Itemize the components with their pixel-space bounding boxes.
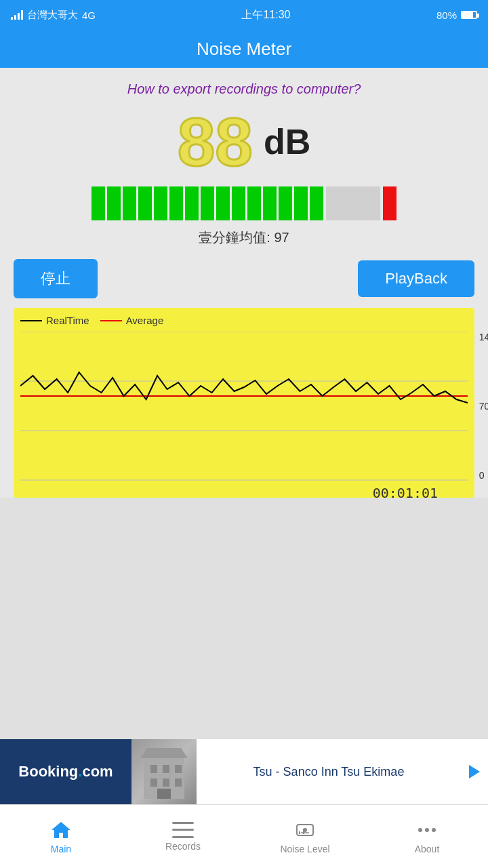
app-title: Noise Meter bbox=[197, 39, 291, 60]
svg-rect-9 bbox=[150, 778, 157, 787]
app-header: Noise Meter bbox=[0, 30, 488, 68]
y-label-140: 140 bbox=[479, 332, 488, 342]
noise-level-icon bbox=[294, 819, 316, 841]
nav-item-main[interactable]: Main bbox=[0, 805, 122, 868]
ad-hotel-image bbox=[131, 739, 197, 804]
level-meter bbox=[54, 186, 434, 220]
svg-rect-11 bbox=[175, 778, 182, 787]
chart-container: RealTime Average 140 70 bbox=[14, 308, 474, 498]
db-unit: dB bbox=[264, 121, 310, 162]
play-triangle-icon bbox=[469, 765, 480, 778]
nav-label-noise-level: Noise Level bbox=[280, 844, 329, 854]
signal-icon bbox=[11, 10, 23, 20]
chart-y-labels: 140 70 0 bbox=[479, 332, 488, 481]
ad-text-area: Tsu - Sanco Inn Tsu Ekimae bbox=[197, 739, 461, 804]
legend-average: Average bbox=[100, 315, 164, 326]
carrier-label: 台灣大哥大 bbox=[27, 9, 78, 22]
ad-banner[interactable]: Booking.com Tsu - Sanco Inn Tsu Ekimae bbox=[0, 739, 488, 804]
svg-rect-8 bbox=[175, 765, 182, 773]
svg-rect-10 bbox=[163, 778, 169, 787]
export-link[interactable]: How to export recordings to computer? bbox=[11, 81, 477, 97]
average-line-icon bbox=[100, 320, 122, 321]
battery-percent-label: 80% bbox=[436, 9, 457, 21]
nav-item-records[interactable]: Records bbox=[122, 805, 244, 868]
chart-legend: RealTime Average bbox=[20, 315, 468, 326]
average-label: 壹分鐘均值: 97 bbox=[11, 229, 477, 247]
building-icon bbox=[137, 745, 191, 799]
average-legend-label: Average bbox=[126, 315, 164, 326]
chart-inner: 140 70 0 bbox=[20, 332, 468, 481]
nav-label-records: Records bbox=[165, 841, 201, 852]
realtime-label: RealTime bbox=[46, 315, 89, 326]
more-icon bbox=[416, 819, 438, 841]
svg-point-22 bbox=[432, 828, 436, 832]
db-display: 88 dB bbox=[11, 108, 477, 176]
nav-label-about: About bbox=[415, 844, 440, 854]
y-label-70: 70 bbox=[479, 401, 488, 412]
bottom-nav: Main Records Noise Level About bbox=[0, 804, 488, 868]
main-content: How to export recordings to computer? 88… bbox=[0, 68, 488, 498]
nav-item-about[interactable]: About bbox=[366, 805, 488, 868]
status-right: 80% bbox=[436, 9, 477, 21]
svg-rect-7 bbox=[163, 765, 169, 773]
status-bar: 台灣大哥大 4G 上午11:30 80% bbox=[0, 0, 488, 30]
home-icon bbox=[50, 819, 72, 841]
timer-label: 00:01:01 bbox=[20, 481, 468, 505]
svg-marker-13 bbox=[140, 748, 188, 758]
svg-rect-6 bbox=[150, 765, 157, 773]
legend-realtime: RealTime bbox=[20, 315, 89, 326]
time-label: 上午11:30 bbox=[241, 8, 290, 22]
svg-rect-12 bbox=[157, 789, 171, 799]
playback-button[interactable]: PlayBack bbox=[358, 260, 474, 297]
booking-com-text: com bbox=[82, 763, 113, 780]
battery-icon bbox=[461, 11, 477, 19]
meter-bars-green bbox=[92, 186, 323, 220]
booking-logo-text: Booking.com bbox=[18, 763, 113, 781]
meter-empty bbox=[326, 186, 380, 220]
svg-marker-14 bbox=[52, 822, 70, 838]
stop-button[interactable]: 停止 bbox=[14, 259, 98, 298]
svg-point-21 bbox=[425, 828, 429, 832]
meter-peak bbox=[383, 186, 396, 220]
nav-label-main: Main bbox=[51, 844, 71, 854]
y-label-0: 0 bbox=[479, 470, 488, 481]
network-type-label: 4G bbox=[82, 9, 96, 21]
records-icon bbox=[172, 822, 194, 838]
svg-point-18 bbox=[303, 828, 307, 832]
booking-brand: Booking bbox=[18, 763, 78, 780]
ad-hotel-name: Tsu - Sanco Inn Tsu Ekimae bbox=[253, 765, 405, 779]
buttons-row: 停止 PlayBack bbox=[11, 259, 477, 298]
status-left: 台灣大哥大 4G bbox=[11, 9, 96, 22]
nav-item-noise-level[interactable]: Noise Level bbox=[244, 805, 366, 868]
svg-point-20 bbox=[418, 828, 422, 832]
ad-play-button[interactable] bbox=[461, 739, 488, 804]
chart-svg bbox=[20, 332, 468, 481]
booking-logo: Booking.com bbox=[0, 739, 131, 804]
realtime-line-icon bbox=[20, 320, 42, 321]
db-value: 88 bbox=[178, 108, 253, 176]
